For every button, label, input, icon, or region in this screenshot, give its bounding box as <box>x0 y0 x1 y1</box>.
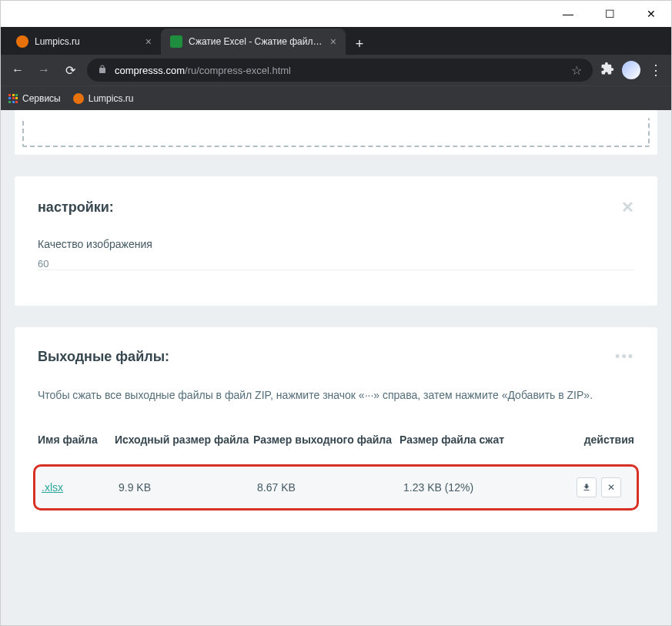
url-text: compresss.com/ru/compress-excel.html <box>115 65 563 76</box>
tab-close-icon[interactable]: × <box>330 35 336 48</box>
tab-compress-excel[interactable]: Сжатие Excel - Сжатие файлов X × <box>161 28 346 55</box>
quality-value[interactable]: 60 <box>38 258 634 270</box>
bookmark-star-icon[interactable]: ☆ <box>571 63 582 78</box>
toolbar: ← → ⟳ compresss.com/ru/compress-excel.ht… <box>1 55 671 85</box>
quality-label: Качество изображения <box>38 238 634 250</box>
extensions-icon[interactable] <box>600 62 614 79</box>
table-row: .xlsx 9.9 KB 8.67 KB 1.23 KB (12%) ✕ <box>33 464 639 511</box>
bookmarks-bar: Сервисы Lumpics.ru <box>1 85 671 110</box>
window-titlebar: — ☐ ✕ <box>1 1 671 27</box>
browser-window: — ☐ ✕ Lumpics.ru × Сжатие Excel - Сжатие… <box>0 0 672 626</box>
tab-lumpics[interactable]: Lumpics.ru × <box>7 28 161 55</box>
forward-button[interactable]: → <box>35 63 53 77</box>
output-files-card: Выходные файлы: ••• Чтобы сжать все выхо… <box>15 327 657 532</box>
apps-grid-icon <box>8 94 18 103</box>
settings-title: настройки: <box>38 199 114 216</box>
col-header-name: Имя файла <box>38 433 115 447</box>
compressed-size-cell: 1.23 KB (12%) <box>403 481 519 494</box>
back-button[interactable]: ← <box>8 63 27 77</box>
output-table: Имя файла Исходный размер файла Размер в… <box>38 423 634 510</box>
settings-card: настройки: ✕ Качество изображения 60 <box>15 176 657 306</box>
page-content[interactable]: настройки: ✕ Качество изображения 60 Вых… <box>1 110 671 625</box>
tab-title: Сжатие Excel - Сжатие файлов X <box>189 36 324 47</box>
bookmark-label: Сервисы <box>22 93 61 104</box>
file-link[interactable]: .xlsx <box>42 481 63 494</box>
delete-button[interactable]: ✕ <box>601 477 621 497</box>
file-name-cell: .xlsx <box>42 481 119 494</box>
dropzone-card <box>15 110 657 155</box>
bookmark-favicon-icon <box>73 93 84 104</box>
file-dropzone[interactable] <box>22 118 650 147</box>
window-close-button[interactable]: ✕ <box>637 3 665 25</box>
close-icon: ✕ <box>607 482 615 493</box>
close-settings-button[interactable]: ✕ <box>621 198 634 216</box>
new-tab-button[interactable]: + <box>349 33 370 55</box>
original-size-cell: 9.9 KB <box>119 481 257 494</box>
output-size-cell: 8.67 KB <box>257 481 403 494</box>
output-more-button[interactable]: ••• <box>615 349 634 365</box>
tab-strip: Lumpics.ru × Сжатие Excel - Сжатие файло… <box>1 27 671 55</box>
window-maximize-button[interactable]: ☐ <box>596 3 624 25</box>
actions-cell: ✕ <box>519 477 630 497</box>
browser-chrome: Lumpics.ru × Сжатие Excel - Сжатие файло… <box>1 27 671 110</box>
profile-avatar[interactable] <box>622 61 640 79</box>
col-header-original-size: Исходный размер файла <box>115 433 253 447</box>
col-header-output-size: Размер выходного файла <box>253 433 400 447</box>
window-minimize-button[interactable]: — <box>554 3 582 25</box>
reload-button[interactable]: ⟳ <box>61 63 79 78</box>
output-help-text: Чтобы сжать все выходные файлы в файл ZI… <box>38 387 634 403</box>
col-header-compressed: Размер файла сжат <box>400 433 515 447</box>
apps-bookmark[interactable]: Сервисы <box>8 93 61 104</box>
lock-icon <box>98 65 107 76</box>
col-header-actions: действия <box>515 433 634 447</box>
lumpics-bookmark[interactable]: Lumpics.ru <box>73 93 134 104</box>
tab-title: Lumpics.ru <box>35 36 139 47</box>
download-button[interactable] <box>577 477 597 497</box>
output-title: Выходные файлы: <box>38 349 169 365</box>
tab-favicon-icon <box>170 35 182 48</box>
download-icon <box>582 483 591 492</box>
tab-favicon-icon <box>16 35 28 48</box>
address-bar[interactable]: compresss.com/ru/compress-excel.html ☆ <box>87 59 593 82</box>
table-header-row: Имя файла Исходный размер файла Размер в… <box>38 423 634 456</box>
browser-menu-button[interactable]: ⋮ <box>648 62 664 79</box>
bookmark-label: Lumpics.ru <box>89 93 134 104</box>
tab-close-icon[interactable]: × <box>145 35 152 48</box>
